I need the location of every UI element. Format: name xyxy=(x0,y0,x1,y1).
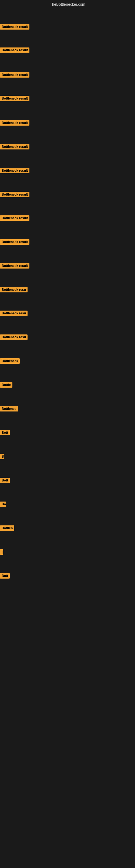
badge-label: Bottlen xyxy=(0,525,14,531)
badge-label: Bott xyxy=(0,573,10,579)
bottleneck-badge: | xyxy=(0,549,3,556)
bottleneck-badge: Bottleneck result xyxy=(0,120,30,127)
bottleneck-badge: Bott xyxy=(0,573,10,580)
bottleneck-badge: Bott xyxy=(0,478,10,484)
bottleneck-badge: Bottleneck result xyxy=(0,239,30,246)
bottleneck-badge: Bottleneck result xyxy=(0,215,30,222)
bottleneck-badge: Bottleneck result xyxy=(0,96,30,102)
site-title: TheBottlenecker.com xyxy=(0,0,135,9)
badge-label: Bott xyxy=(0,478,10,483)
badge-label: Bottleneck result xyxy=(0,215,30,221)
badge-label: Bottleneck result xyxy=(0,48,30,53)
badge-label: Bottlenec xyxy=(0,406,18,411)
badge-label: Bottle xyxy=(0,382,12,388)
badge-label: B xyxy=(0,454,4,459)
bottleneck-badge: Bottlen xyxy=(0,525,14,532)
badge-label: Bottleneck result xyxy=(0,72,30,78)
bottleneck-badge: Bottleneck result xyxy=(0,48,30,54)
badge-label: Bottleneck result xyxy=(0,239,30,245)
bottleneck-badge: Bottleneck result xyxy=(0,192,30,198)
bottleneck-badge: Bo xyxy=(0,501,6,508)
badge-label: Bottleneck xyxy=(0,358,20,364)
badge-label: Bottleneck result xyxy=(0,168,30,173)
badge-label: Bottleneck result xyxy=(0,263,30,269)
badge-label: Bottleneck result xyxy=(0,120,30,126)
bottleneck-badge: Bott xyxy=(0,430,10,436)
bottleneck-badge: B xyxy=(0,454,4,460)
bottleneck-badge: Bottleneck resu xyxy=(0,335,28,341)
bottleneck-badge: Bottleneck resu xyxy=(0,311,28,317)
bottleneck-badge: Bottleneck resu xyxy=(0,287,28,293)
bottleneck-badge: Bottlenec xyxy=(0,406,18,412)
bottleneck-badge: Bottleneck result xyxy=(0,144,30,151)
bottleneck-badge: Bottleneck result xyxy=(0,24,30,31)
badge-label: Bottleneck result xyxy=(0,24,30,30)
bottleneck-badge: Bottleneck result xyxy=(0,263,30,270)
badge-label: Bottleneck resu xyxy=(0,335,28,340)
badge-label: Bott xyxy=(0,430,10,435)
badge-label: Bo xyxy=(0,501,6,507)
badge-label: Bottleneck resu xyxy=(0,311,28,316)
bottleneck-badge: Bottle xyxy=(0,382,12,389)
badge-label: Bottleneck resu xyxy=(0,287,28,292)
badge-label: Bottleneck result xyxy=(0,144,30,150)
badge-label: Bottleneck result xyxy=(0,96,30,101)
bottleneck-badge: Bottleneck result xyxy=(0,72,30,79)
badge-label: Bottleneck result xyxy=(0,192,30,197)
bottleneck-badge: Bottleneck xyxy=(0,358,20,365)
bottleneck-badge: Bottleneck result xyxy=(0,168,30,175)
badge-label: | xyxy=(0,549,3,555)
